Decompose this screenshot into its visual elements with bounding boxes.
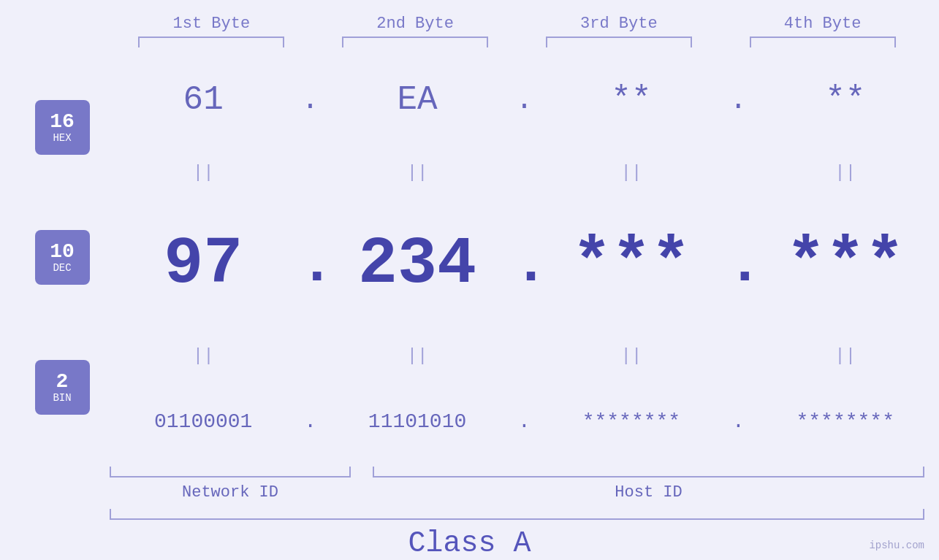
- main-container: 1st Byte 2nd Byte 3rd Byte 4th Byte 16 H…: [0, 0, 939, 560]
- host-bottom-bracket: [373, 467, 924, 477]
- bin-badge-label: BIN: [53, 393, 71, 403]
- network-id-label: Network ID: [110, 483, 351, 502]
- hex-b3: **: [540, 81, 723, 119]
- hex-badge-num: 16: [50, 111, 75, 134]
- bracket-b4: [750, 37, 896, 47]
- dec-b4: ***: [754, 227, 937, 302]
- byte2-label: 2nd Byte: [324, 15, 506, 33]
- bin-row: 01100001 . 11101010 . ******** . *******…: [110, 410, 939, 433]
- values-grid: 61 . EA . ** . ** || ||: [110, 47, 939, 467]
- bottom-brackets-row: [110, 467, 924, 477]
- id-labels-row: Network ID Host ID: [110, 483, 924, 502]
- hex-badge: 16 HEX: [35, 100, 90, 155]
- watermark: ipshu.com: [869, 540, 924, 551]
- bin-b3: ********: [540, 410, 723, 433]
- dec-dot2: .: [513, 231, 535, 298]
- dec-badge-label: DEC: [53, 263, 71, 273]
- network-bottom-bracket: [110, 467, 351, 477]
- dec-dot1: .: [300, 231, 322, 298]
- eq1-b4: ||: [754, 164, 937, 182]
- bin-dot2: .: [513, 410, 535, 433]
- dec-b3: ***: [540, 227, 723, 302]
- dec-badge: 10 DEC: [35, 230, 90, 285]
- hex-badge-label: HEX: [53, 133, 71, 143]
- dec-b1: 97: [112, 227, 294, 302]
- eq2-b2: ||: [326, 348, 509, 365]
- top-brackets: [0, 37, 939, 47]
- eq1-b3: ||: [540, 164, 723, 182]
- hex-dot1: .: [300, 84, 322, 117]
- dec-badge-num: 10: [50, 241, 75, 264]
- main-content: 16 HEX 10 DEC 2 BIN 61 . EA: [0, 47, 939, 467]
- bin-b2: 11101010: [326, 410, 509, 433]
- eq2-b4: ||: [754, 348, 937, 365]
- hex-row: 61 . EA . ** . **: [110, 81, 939, 119]
- dec-dot3: .: [727, 231, 749, 298]
- bin-b1: 01100001: [112, 410, 294, 433]
- bin-badge: 2 BIN: [35, 360, 90, 415]
- bracket-b3: [546, 37, 692, 47]
- eq1-b2: ||: [326, 164, 509, 182]
- byte1-label: 1st Byte: [120, 15, 303, 33]
- badges-column: 16 HEX 10 DEC 2 BIN: [15, 47, 110, 467]
- hex-dot2: .: [513, 84, 535, 117]
- host-id-label: Host ID: [373, 483, 924, 502]
- byte3-label: 3rd Byte: [528, 15, 710, 33]
- class-label: Class A: [0, 527, 939, 560]
- hex-dot3: .: [727, 84, 749, 117]
- hex-b4: **: [754, 81, 937, 119]
- hex-b1: 61: [112, 81, 294, 119]
- dec-b2: 234: [326, 227, 509, 302]
- dec-row: 97 . 234 . *** . ***: [110, 227, 939, 302]
- bin-b4: ********: [754, 410, 937, 433]
- eq2-b1: ||: [112, 348, 294, 365]
- hex-b2: EA: [326, 81, 509, 119]
- class-bracket: [110, 509, 924, 520]
- eq1-b1: ||: [112, 164, 294, 182]
- byte4-label: 4th Byte: [731, 15, 914, 33]
- eq2-b3: ||: [540, 348, 723, 365]
- bracket-b2: [342, 37, 488, 47]
- bin-dot1: .: [300, 410, 322, 433]
- bracket-b1: [138, 37, 284, 47]
- byte-headers: 1st Byte 2nd Byte 3rd Byte 4th Byte: [0, 0, 939, 33]
- bin-dot3: .: [727, 410, 749, 433]
- bin-badge-num: 2: [56, 371, 69, 394]
- equals-row-1: || || || ||: [110, 164, 939, 182]
- equals-row-2: || || || ||: [110, 348, 939, 365]
